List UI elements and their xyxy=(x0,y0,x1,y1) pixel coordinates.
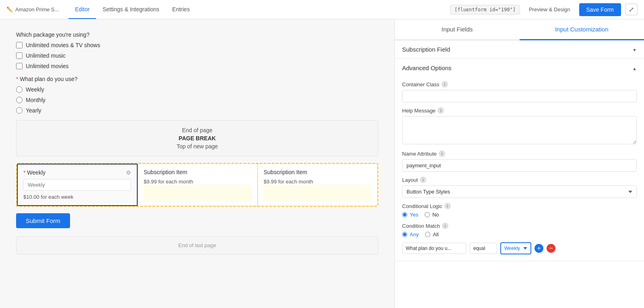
condition-match-info-icon[interactable]: i xyxy=(442,223,448,229)
condition-match-all-radio[interactable] xyxy=(425,232,430,237)
condition-match-label: Condition Match xyxy=(402,223,440,229)
plan-question-section: * What plan do you use? Weekly Monthly Y… xyxy=(16,76,378,114)
advanced-options-header[interactable]: Advanced Options xyxy=(395,59,644,77)
radio-item-weekly: Weekly xyxy=(16,86,378,93)
submit-form-button[interactable]: Submit Form xyxy=(16,213,70,228)
gear-icon[interactable]: ⚙ xyxy=(126,169,131,176)
layout-select[interactable]: Button Type Styles Default xyxy=(402,185,637,198)
name-attribute-label-row: Name Attribute i xyxy=(402,150,637,157)
subscription-field-section: Subscription Field xyxy=(395,40,644,59)
container-class-label-row: Container Class i xyxy=(402,81,637,87)
page-break-label: PAGE BREAK xyxy=(23,135,372,142)
help-message-label-row: Help Message i xyxy=(402,107,637,114)
checkbox-movies[interactable] xyxy=(16,63,23,69)
name-attribute-info-icon[interactable]: i xyxy=(439,150,445,157)
conditional-logic-radio-group: Yes No xyxy=(402,212,637,218)
condition-match-any-label: Any xyxy=(410,231,419,237)
expand-button[interactable]: ⤢ xyxy=(625,4,638,15)
layout-label-row: Layout i xyxy=(402,177,637,183)
panel-tabs: Input Fields Input Customization xyxy=(395,19,644,40)
radio-weekly[interactable] xyxy=(16,86,23,93)
advanced-options-body: Container Class i Help Message i Name At… xyxy=(395,77,644,261)
topnav-right: [fluentform id="190"] Preview & Design S… xyxy=(450,3,638,16)
advanced-options-chevron xyxy=(632,65,637,71)
advanced-options-label: Advanced Options xyxy=(402,65,452,71)
help-message-info-icon[interactable]: i xyxy=(438,107,444,114)
conditional-logic-no-item: No xyxy=(425,212,439,218)
conditional-logic-yes-label: Yes xyxy=(410,212,418,218)
container-class-label: Container Class xyxy=(402,81,440,87)
container-class-info-icon[interactable]: i xyxy=(442,81,448,87)
conditional-logic-info-icon[interactable]: i xyxy=(444,203,451,209)
sub-col-2-empty xyxy=(144,185,252,201)
condition-match-all-label: All xyxy=(433,231,438,237)
conditional-logic-no-label: No xyxy=(432,212,439,218)
container-class-input[interactable] xyxy=(402,90,637,102)
top-of-new-page-label: Top of new page xyxy=(23,143,372,150)
top-navigation: ✏️ Amazon Prime S... Editor Settings & I… xyxy=(0,0,644,19)
subscription-col-3[interactable]: Subscription Item $9.99 for each month xyxy=(258,164,378,206)
radio-monthly[interactable] xyxy=(16,97,23,103)
condition-match-any-item: Any xyxy=(402,231,419,237)
preview-design-button[interactable]: Preview & Design xyxy=(524,4,575,15)
subscription-field-header[interactable]: Subscription Field xyxy=(395,40,644,58)
radio-item-monthly: Monthly xyxy=(16,97,378,103)
main-layout: Which package you're using? Unlimited mo… xyxy=(0,19,644,308)
checkbox-label-music: Unlimited music xyxy=(26,52,66,59)
checkbox-movies-tv[interactable] xyxy=(16,42,23,48)
conditional-logic-label-row: Conditional Logic i xyxy=(402,203,637,209)
brand-name: Amazon Prime S... xyxy=(15,6,59,12)
end-of-page-label: End of page xyxy=(23,127,372,133)
radio-label-weekly: Weekly xyxy=(26,86,44,93)
required-star: * xyxy=(16,76,20,82)
conditional-logic-no-radio[interactable] xyxy=(425,212,430,217)
sub-col-1-price: $10.00 for each week xyxy=(23,194,131,200)
checkbox-label-movies: Unlimited movies xyxy=(26,63,69,69)
condition-operator-select[interactable]: equal not equal contains xyxy=(470,243,497,254)
sub-col-3-title: Subscription Item xyxy=(264,169,372,175)
radio-item-yearly: Yearly xyxy=(16,107,378,114)
shortcode-snippet[interactable]: [fluentform id="190"] xyxy=(450,5,520,15)
subscription-field-chevron xyxy=(632,46,637,53)
tab-editor[interactable]: Editor xyxy=(68,0,96,19)
end-of-last-page: End of last page xyxy=(16,236,378,254)
tab-settings[interactable]: Settings & Integrations xyxy=(96,0,166,19)
tab-entries[interactable]: Entries xyxy=(166,0,196,19)
conditional-logic-yes-radio[interactable] xyxy=(402,212,407,217)
subscription-grid: * Weekly ⚙ $10.00 for each week Subscrip… xyxy=(16,163,378,207)
nav-tabs: Editor Settings & Integrations Entries xyxy=(68,0,450,19)
conditional-logic-yes-item: Yes xyxy=(402,212,418,218)
condition-row: What plan do you u... equal not equal co… xyxy=(402,242,637,254)
add-condition-button[interactable]: + xyxy=(535,244,543,253)
tab-input-customization[interactable]: Input Customization xyxy=(520,19,644,40)
condition-field-select[interactable]: What plan do you u... xyxy=(402,243,466,254)
subscription-col-1[interactable]: * Weekly ⚙ $10.00 for each week xyxy=(17,164,138,206)
name-attribute-input[interactable] xyxy=(402,159,637,172)
radio-label-monthly: Monthly xyxy=(26,97,45,103)
conditional-logic-label: Conditional Logic xyxy=(402,203,442,209)
name-attribute-label: Name Attribute xyxy=(402,151,437,157)
package-question-section: Which package you're using? Unlimited mo… xyxy=(16,31,378,69)
sub-col-2-price: $9.99 for each month xyxy=(144,179,252,185)
sub-col-3-price: $9.99 for each month xyxy=(264,179,372,185)
right-panel: Input Fields Input Customization Subscri… xyxy=(394,19,644,308)
layout-info-icon[interactable]: i xyxy=(420,177,426,183)
layout-label: Layout xyxy=(402,177,418,183)
save-form-button[interactable]: Save Form xyxy=(579,3,621,16)
edit-icon: ✏️ xyxy=(6,6,13,12)
sub-col-3-empty xyxy=(264,185,372,201)
condition-match-label-row: Condition Match i xyxy=(402,223,637,229)
remove-condition-button[interactable]: − xyxy=(547,244,555,253)
radio-yearly[interactable] xyxy=(16,107,23,114)
condition-match-any-radio[interactable] xyxy=(402,232,407,237)
checkbox-music[interactable] xyxy=(16,52,23,59)
help-message-textarea[interactable] xyxy=(402,116,637,144)
condition-value-select[interactable]: Weekly Monthly Yearly xyxy=(500,242,531,254)
sub-col-1-input[interactable] xyxy=(23,179,131,191)
plan-question-label: * What plan do you use? xyxy=(16,76,378,82)
checkbox-label-movies-tv: Unlimited movies & TV shows xyxy=(26,42,100,48)
subscription-col-2[interactable]: Subscription Item $9.99 for each month xyxy=(138,164,258,206)
page-break-box: End of page PAGE BREAK Top of new page xyxy=(16,120,378,156)
tab-input-fields[interactable]: Input Fields xyxy=(395,19,520,40)
condition-match-radio-group: Any All xyxy=(402,231,637,237)
